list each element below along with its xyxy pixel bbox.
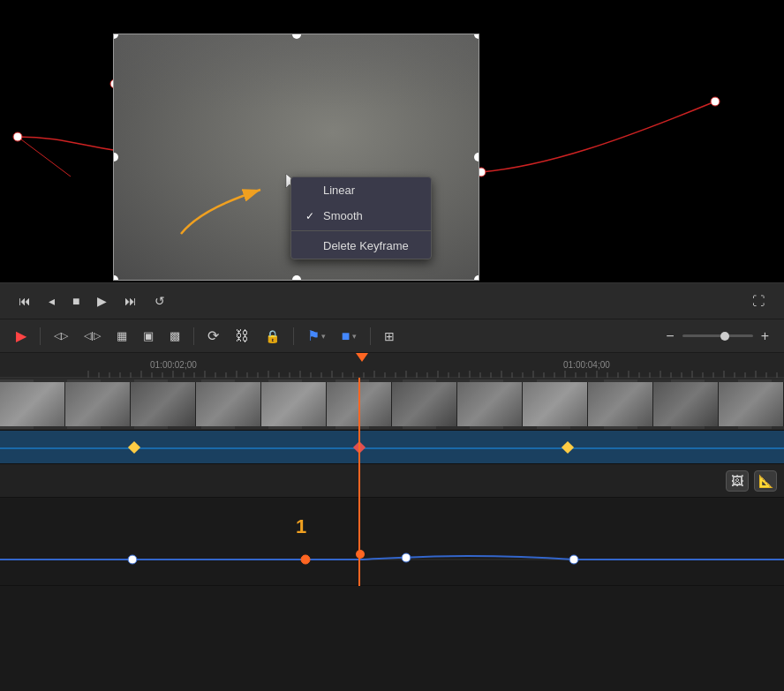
step-back-button[interactable]: ◂ xyxy=(44,290,59,312)
film-thumb-12 xyxy=(719,382,784,426)
film-thumb-7 xyxy=(392,382,457,426)
film-thumb-2 xyxy=(65,382,131,426)
zoom-slider[interactable] xyxy=(682,334,753,337)
svg-point-83 xyxy=(402,553,411,562)
film-thumb-9 xyxy=(523,382,588,426)
keyframe-3[interactable] xyxy=(562,440,574,453)
playhead-marker xyxy=(356,353,368,362)
menu-item-linear[interactable]: Linear xyxy=(291,177,431,203)
keyframe-tool-button[interactable]: ⟳ xyxy=(202,324,224,348)
link-tool-button[interactable]: ⛓ xyxy=(230,325,254,348)
curve-track: 1 xyxy=(0,498,784,586)
film-thumb-10 xyxy=(588,382,653,426)
loop-button[interactable]: ↺ xyxy=(150,290,170,312)
menu-divider xyxy=(291,230,431,231)
svg-point-81 xyxy=(128,555,137,564)
film-thumb-4 xyxy=(196,382,261,426)
timeline-ruler: 01:00:02;00 01:00:04;00 xyxy=(0,353,784,378)
tool-sep-3 xyxy=(293,327,294,345)
stop-button[interactable]: ■ xyxy=(68,290,84,312)
multicam-button[interactable]: ▦ xyxy=(111,326,132,346)
menu-item-delete-keyframe[interactable]: Delete Keyframe xyxy=(291,233,431,259)
color-swatch-icon: ■ xyxy=(342,328,351,344)
skip-forward-button[interactable]: ⏭ xyxy=(120,290,141,312)
color-chevron: ▾ xyxy=(352,332,357,341)
transport-bar: ⏮ ◂ ■ ▶ ⏭ ↺ ⛶ xyxy=(0,282,784,319)
svg-point-84 xyxy=(569,555,578,564)
thumb-icon-ruler[interactable]: 📐 xyxy=(754,470,777,492)
tool-sep-4 xyxy=(370,327,371,345)
film-thumb-11 xyxy=(653,382,719,426)
select-tool-button[interactable]: ▶ xyxy=(11,324,32,348)
layout-button[interactable]: ⊞ xyxy=(379,326,400,347)
film-thumb-1 xyxy=(0,382,65,426)
curve-svg xyxy=(0,498,784,585)
video-strip xyxy=(0,379,784,429)
zoom-controls: − + xyxy=(661,327,773,346)
svg-point-5 xyxy=(13,132,22,141)
pip-button[interactable]: ▣ xyxy=(138,326,159,346)
timeline-tracks: 🖼 📐 1 xyxy=(0,378,784,586)
slip-tool-button[interactable]: ◁|▷ xyxy=(79,327,106,345)
handle-bottom-right[interactable] xyxy=(474,275,479,281)
pip2-button[interactable]: ▩ xyxy=(164,326,185,346)
menu-item-delete-label: Delete Keyframe xyxy=(323,239,409,252)
trim-tool-button[interactable]: ◁▷ xyxy=(49,327,73,345)
motion-track-line xyxy=(0,447,784,449)
tool-sep-2 xyxy=(193,327,194,345)
color-dropdown[interactable]: ■ ▾ xyxy=(336,326,362,347)
zoom-thumb[interactable] xyxy=(720,332,729,341)
preview-area: 2 Linear ✓ Smooth Delete Keyframe xyxy=(0,0,784,282)
keyframe-1[interactable] xyxy=(128,440,140,453)
film-thumb-3 xyxy=(131,382,196,426)
tool-sep-1 xyxy=(40,327,41,345)
play-button[interactable]: ▶ xyxy=(93,290,111,312)
svg-point-82 xyxy=(301,555,310,564)
lock-tool-button[interactable]: 🔒 xyxy=(260,326,285,347)
ruler-time-right: 01:00:04;00 xyxy=(563,360,610,370)
handle-mid-right[interactable] xyxy=(474,153,479,161)
zoom-out-button[interactable]: − xyxy=(661,327,678,346)
curve-playhead-dot xyxy=(356,550,365,559)
zoom-in-button[interactable]: + xyxy=(757,327,773,346)
handle-bottom-center[interactable] xyxy=(292,275,301,281)
video-track xyxy=(0,378,784,431)
film-thumb-5 xyxy=(261,382,327,426)
keyframe-2[interactable] xyxy=(353,440,366,453)
svg-line-4 xyxy=(18,137,71,177)
motion-track xyxy=(0,431,784,464)
skip-back-button[interactable]: ⏮ xyxy=(14,290,35,312)
flag-icon: ⚑ xyxy=(307,327,320,344)
fullscreen-button[interactable]: ⛶ xyxy=(747,290,770,312)
flag-dropdown[interactable]: ⚑ ▾ xyxy=(302,325,331,347)
svg-point-3 xyxy=(711,97,720,106)
thumb-icon-photo[interactable]: 🖼 xyxy=(726,470,749,492)
ruler-playhead xyxy=(356,353,368,362)
menu-item-linear-label: Linear xyxy=(323,184,355,197)
context-menu: Linear ✓ Smooth Delete Keyframe xyxy=(290,177,432,259)
check-smooth: ✓ xyxy=(305,210,316,222)
menu-item-smooth-label: Smooth xyxy=(323,209,363,222)
menu-item-smooth[interactable]: ✓ Smooth xyxy=(291,203,431,229)
film-thumb-8 xyxy=(457,382,523,426)
film-thumb-6 xyxy=(327,382,392,426)
thumb-options-row: 🖼 📐 xyxy=(0,464,784,498)
flag-chevron: ▾ xyxy=(321,332,326,341)
ruler-time-left: 01:00:02;00 xyxy=(150,360,197,370)
ruler-ticks-svg xyxy=(0,353,784,378)
tools-bar: ▶ ◁▷ ◁|▷ ▦ ▣ ▩ ⟳ ⛓ 🔒 ⚑ ▾ ■ ▾ ⊞ − + xyxy=(0,319,784,353)
